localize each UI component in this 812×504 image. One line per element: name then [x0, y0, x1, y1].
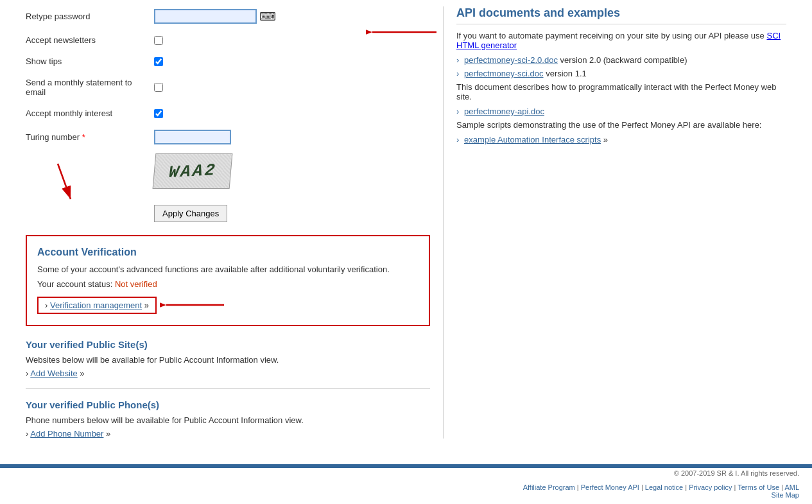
retype-password-row: Retype password ⌨ [26, 6, 430, 26]
verification-link-box: › Verification management » [37, 297, 157, 314]
public-phones-section: Your verified Public Phone(s) Phone numb… [26, 399, 430, 439]
apply-changes-button[interactable]: Apply Changes [154, 205, 227, 222]
show-tips-row: Show tips [26, 54, 430, 69]
account-status: Your account status: Not verified [37, 279, 419, 289]
captcha-text: WAA2 [168, 161, 217, 182]
api-example-link: example Automation Interface scripts » [456, 135, 786, 144]
verification-desc: Some of your account's advanced function… [37, 265, 419, 274]
public-sites-desc: Websites below will be available for Pub… [26, 355, 430, 365]
left-panel: Retype password ⌨ Accept newsletters Sho… [26, 6, 430, 439]
perfectmoney-sci-link[interactable]: perfectmoney-sci.doc [464, 69, 544, 78]
captcha-container: WAA2 [154, 153, 430, 189]
accept-interest-checkbox[interactable] [154, 109, 163, 118]
footer-affiliate-link[interactable]: Affiliate Program [523, 483, 575, 491]
add-phone-link[interactable]: Add Phone Number [30, 429, 103, 439]
turing-input[interactable] [154, 130, 231, 144]
footer-aml-link[interactable]: AML [784, 483, 799, 491]
turing-label: Turing number * [26, 132, 154, 142]
accept-newsletters-label: Accept newsletters [26, 35, 154, 45]
turing-control [154, 130, 231, 144]
public-phones-desc: Phone numbers below will be available fo… [26, 415, 430, 425]
footer-privacy-link[interactable]: Privacy policy [689, 483, 732, 491]
page-wrapper: Retype password ⌨ Accept newsletters Sho… [0, 0, 812, 500]
accept-interest-control [154, 109, 163, 118]
accept-newsletters-checkbox[interactable] [154, 36, 163, 45]
send-statement-checkbox[interactable] [154, 83, 163, 92]
show-tips-label: Show tips [26, 56, 154, 66]
public-phones-title: Your verified Public Phone(s) [26, 399, 430, 410]
main-content: Retype password ⌨ Accept newsletters Sho… [0, 0, 812, 451]
api-title: API documents and examples [456, 6, 786, 24]
account-verification-box: Account Verification Some of your accoun… [26, 235, 430, 326]
perfectmoney-api-link[interactable]: perfectmoney-api.doc [464, 107, 544, 116]
required-marker: * [82, 132, 85, 142]
public-sites-title: Your verified Public Site(s) [26, 339, 430, 350]
footer-copyright: © 2007-2019 SR & I. All rights reserved. [0, 468, 812, 478]
api-doc1-link: perfectmoney-sci-2.0.doc version 2.0 (ba… [456, 55, 786, 65]
footer-api-link[interactable]: Perfect Money API [581, 483, 639, 491]
api-doc3-desc: This document describes how to programma… [456, 82, 786, 101]
api-desc: If you want to automate payment receivin… [456, 31, 786, 50]
verification-management-link[interactable]: Verification management [50, 300, 142, 310]
perfectmoney-sci2-link[interactable]: perfectmoney-sci-2.0.doc [464, 55, 558, 65]
captcha-image: WAA2 [153, 153, 233, 189]
footer-terms-link[interactable]: Terms of Use [738, 483, 779, 491]
send-statement-label: Send a monthly statement to email [26, 78, 154, 97]
footer-links: Affiliate Program | Perfect Money API | … [0, 478, 812, 500]
public-sites-section: Your verified Public Site(s) Websites be… [26, 339, 430, 378]
send-statement-control [154, 83, 163, 92]
send-statement-row: Send a monthly statement to email [26, 75, 430, 100]
retype-password-input[interactable] [154, 9, 257, 24]
accept-interest-row: Accept monthly interest [26, 106, 430, 121]
add-website-link[interactable]: Add Website [30, 369, 77, 378]
divider-1 [26, 388, 430, 389]
apply-changes-container: Apply Changes [26, 198, 430, 222]
footer-sitemap-link[interactable]: Site Map [772, 491, 799, 499]
turing-number-row: Turing number * [26, 127, 430, 147]
show-tips-checkbox[interactable] [154, 57, 163, 66]
api-sample-desc: Sample scripts demonstrating the use of … [456, 120, 786, 130]
accept-newsletters-control [154, 36, 163, 45]
example-automation-link[interactable]: example Automation Interface scripts [464, 135, 601, 144]
show-tips-control [154, 57, 163, 66]
public-sites-link: › Add Website » [26, 369, 430, 378]
footer-legal-link[interactable]: Legal notice [645, 483, 683, 491]
accept-newsletters-row: Accept newsletters [26, 33, 430, 48]
not-verified-status: Not verified [115, 279, 157, 289]
retype-password-control: ⌨ [154, 9, 276, 24]
svg-line-1 [58, 164, 71, 199]
api-doc2-link: perfectmoney-sci.doc version 1.1 [456, 69, 786, 78]
public-phones-link: › Add Phone Number » [26, 429, 430, 439]
retype-password-label: Retype password [26, 12, 154, 21]
verification-title: Account Verification [37, 247, 419, 258]
right-panel: API documents and examples If you want t… [443, 6, 786, 439]
accept-interest-label: Accept monthly interest [26, 109, 154, 118]
keyboard-icon[interactable]: ⌨ [259, 10, 276, 24]
verification-link-row: › Verification management » [37, 295, 419, 315]
api-doc4-link: perfectmoney-api.doc [456, 107, 786, 116]
arrow-right-to-link [160, 295, 230, 315]
